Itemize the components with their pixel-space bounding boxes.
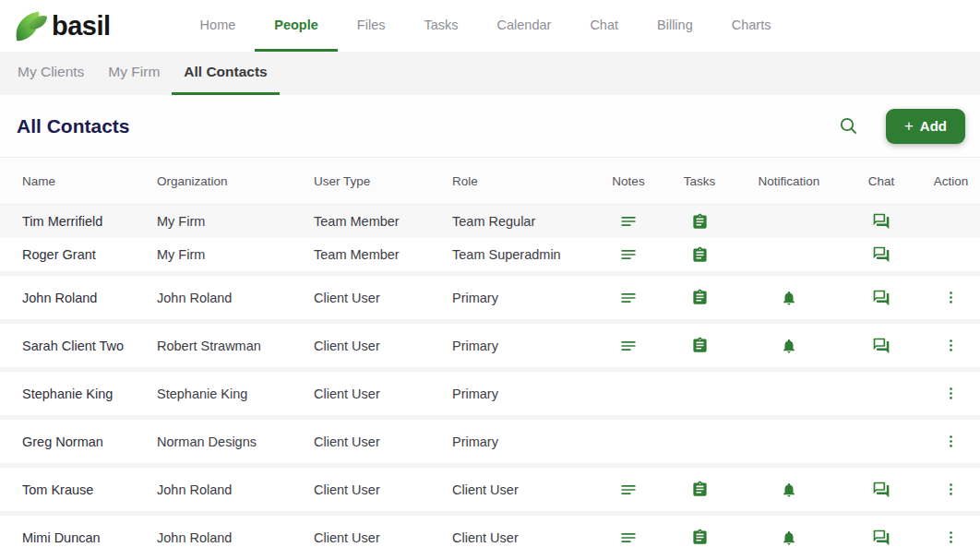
chat-icon[interactable]: [872, 212, 890, 231]
tasks-cell: [662, 529, 737, 546]
nav-item-billing[interactable]: Billing: [638, 0, 712, 52]
table-row[interactable]: Roger Grant My Firm Team Member Team Sup…: [0, 238, 980, 271]
chat-icon[interactable]: [872, 337, 890, 355]
column-header-action: Action: [922, 174, 980, 188]
user-type-cell: Team Member: [314, 247, 452, 262]
tasks-clipboard-icon[interactable]: [691, 246, 709, 264]
nav-item-chat[interactable]: Chat: [570, 0, 638, 52]
tasks-cell: [662, 213, 737, 231]
notes-icon[interactable]: [619, 481, 638, 499]
role-cell: Team Superadmin: [452, 247, 595, 262]
notes-cell: [595, 337, 662, 355]
table-row[interactable]: Greg Norman Norman Designs Client User P…: [0, 420, 980, 463]
more-options-icon[interactable]: [943, 482, 959, 497]
page-header: All Contacts + Add: [0, 95, 980, 157]
tasks-cell: [662, 385, 737, 402]
nav-item-home[interactable]: Home: [181, 0, 256, 52]
table-row[interactable]: John Roland John Roland Client User Prim…: [0, 276, 980, 319]
chat-icon[interactable]: [872, 289, 890, 307]
notification-cell: [737, 338, 841, 354]
column-header-notes: Notes: [595, 174, 662, 188]
chat-cell: [841, 212, 922, 231]
notes-icon[interactable]: [619, 245, 638, 264]
notes-cell: [595, 289, 662, 307]
organization-cell: John Roland: [157, 530, 314, 545]
search-icon[interactable]: [835, 113, 862, 139]
more-options-icon[interactable]: [943, 290, 959, 305]
main-nav: Home People Files Tasks Calendar Chat Bi…: [181, 0, 791, 52]
nav-item-tasks[interactable]: Tasks: [404, 0, 477, 52]
chat-cell: [841, 529, 922, 547]
chat-icon[interactable]: [872, 529, 890, 547]
action-cell: [922, 482, 980, 497]
action-cell: [922, 214, 980, 230]
organization-cell: Robert Strawman: [157, 339, 314, 353]
table-row[interactable]: Tom Krause John Roland Client User Clien…: [0, 468, 980, 511]
table-row[interactable]: Mimi Duncan John Roland Client User Clie…: [0, 516, 980, 559]
leaf-icon: [11, 7, 48, 44]
table-row[interactable]: Tim Merrifield My Firm Team Member Team …: [0, 205, 980, 238]
column-header-chat: Chat: [841, 174, 922, 188]
tasks-clipboard-icon[interactable]: [691, 289, 709, 306]
notes-cell: [595, 212, 662, 231]
tasks-cell: [662, 289, 737, 306]
subtab-all-contacts[interactable]: All Contacts: [172, 52, 279, 95]
notes-cell: [595, 385, 662, 403]
column-header-notification: Notification: [737, 174, 841, 188]
organization-cell: Stephanie King: [157, 387, 314, 401]
table-body: Tim Merrifield My Firm Team Member Team …: [0, 205, 980, 559]
notification-cell: [737, 386, 841, 402]
role-cell: Client User: [452, 482, 595, 497]
action-cell: [922, 386, 980, 401]
notes-icon[interactable]: [619, 289, 638, 307]
role-cell: Primary: [452, 291, 595, 305]
more-options-icon[interactable]: [943, 338, 959, 353]
more-options-icon[interactable]: [943, 386, 959, 401]
tasks-clipboard-icon[interactable]: [691, 481, 709, 498]
tasks-clipboard-icon[interactable]: [691, 213, 709, 231]
table-row[interactable]: Stephanie King Stephanie King Client Use…: [0, 372, 980, 415]
add-button[interactable]: + Add: [886, 109, 965, 144]
notification-bell-icon[interactable]: [781, 482, 797, 498]
nav-item-people[interactable]: People: [255, 0, 338, 52]
notification-bell-icon[interactable]: [781, 290, 797, 306]
chat-icon[interactable]: [872, 481, 890, 499]
subtab-my-firm[interactable]: My Firm: [96, 52, 172, 95]
toolbar: + Add: [835, 109, 965, 144]
chat-cell: [841, 289, 922, 307]
organization-cell: John Roland: [157, 482, 314, 497]
chat-cell: [841, 433, 922, 451]
role-cell: Primary: [452, 387, 595, 401]
name-cell: Mimi Duncan: [22, 530, 157, 545]
brand-logo[interactable]: basil: [11, 0, 111, 52]
nav-item-files[interactable]: Files: [338, 0, 405, 52]
table-header: Name Organization User Type Role Notes T…: [0, 157, 980, 205]
nav-item-charts[interactable]: Charts: [712, 0, 791, 52]
notes-icon[interactable]: [619, 529, 638, 547]
organization-cell: My Firm: [157, 247, 314, 262]
notification-bell-icon[interactable]: [781, 338, 797, 354]
organization-cell: John Roland: [157, 291, 314, 305]
organization-cell: Norman Designs: [157, 434, 314, 449]
notes-cell: [595, 245, 662, 264]
column-header-organization: Organization: [157, 174, 314, 188]
table-row[interactable]: Sarah Client Two Robert Strawman Client …: [0, 324, 980, 367]
more-options-icon[interactable]: [943, 434, 959, 449]
notification-cell: [737, 482, 841, 498]
tasks-clipboard-icon[interactable]: [691, 529, 709, 546]
subtab-my-clients[interactable]: My Clients: [6, 52, 96, 95]
more-options-icon[interactable]: [943, 529, 959, 545]
action-cell: [922, 247, 980, 263]
tasks-cell: [662, 433, 737, 450]
chat-cell: [841, 337, 922, 355]
notification-bell-icon[interactable]: [781, 529, 797, 546]
name-cell: John Roland: [22, 291, 157, 305]
action-cell: [922, 290, 980, 305]
chat-icon[interactable]: [872, 245, 890, 264]
user-type-cell: Client User: [314, 339, 452, 353]
notes-icon[interactable]: [619, 212, 638, 231]
notes-icon[interactable]: [619, 337, 638, 355]
chat-cell: [841, 245, 922, 264]
nav-item-calendar[interactable]: Calendar: [478, 0, 571, 52]
tasks-clipboard-icon[interactable]: [691, 337, 709, 354]
